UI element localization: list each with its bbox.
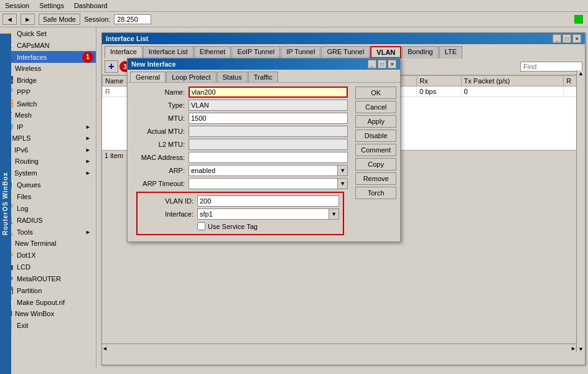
add-interface-button[interactable]: +	[105, 60, 118, 73]
mac-input[interactable]	[189, 152, 348, 163]
type-row: Type:	[133, 100, 348, 111]
tab-bar: Interface Interface List Ethernet EoIP T…	[102, 44, 585, 58]
maximize-button[interactable]: □	[562, 34, 571, 43]
session-input[interactable]	[114, 14, 151, 24]
dialog-tab-traffic[interactable]: Traffic	[248, 72, 278, 82]
tab-bonding[interactable]: Bonding	[402, 46, 438, 58]
arp-timeout-dropdown-arrow[interactable]: ▼	[338, 178, 348, 189]
interface-dropdown-arrow[interactable]: ▼	[329, 208, 339, 220]
sidebar-item-ppp[interactable]: 🔗 PPP	[0, 86, 96, 98]
disable-button[interactable]: Disable	[355, 129, 396, 142]
sidebar-item-new-terminal[interactable]: 🖥 New Terminal	[0, 238, 96, 249]
l2mtu-input	[189, 139, 348, 150]
arp-dropdown-arrow[interactable]: ▼	[338, 165, 348, 176]
mtu-input[interactable]	[189, 113, 348, 124]
sidebar-label-radius: RADIUS	[17, 217, 43, 224]
vlan-id-input[interactable]	[197, 195, 339, 207]
scroll-down-arrow[interactable]: ▼	[578, 346, 584, 352]
tab-ip-tunnel[interactable]: IP Tunnel	[281, 46, 320, 58]
menu-settings[interactable]: Settings	[37, 1, 67, 10]
dialog-close[interactable]: ✕	[388, 60, 396, 68]
sidebar-item-new-winbox[interactable]: 🗔 New WinBox	[0, 308, 96, 319]
name-input[interactable]	[189, 86, 348, 98]
sidebar-item-wireless[interactable]: 〰 Wireless	[0, 63, 96, 74]
dialog-body: Name: Type: MTU: Actual MTU:	[128, 83, 400, 241]
sidebar-label-new-winbox: New WinBox	[15, 310, 54, 317]
arp-input[interactable]	[189, 165, 338, 176]
tab-vlan[interactable]: VLAN	[370, 46, 401, 58]
tab-interface-list[interactable]: Interface List	[143, 46, 194, 58]
sidebar-item-interfaces[interactable]: 🔌 Interfaces 1	[0, 51, 96, 63]
sidebar-item-radius[interactable]: 👤 RADIUS	[0, 214, 96, 226]
system-arrow: ►	[85, 170, 91, 176]
sidebar-item-ipv6[interactable]: ⑥ IPv6 ►	[0, 144, 96, 156]
sidebar-label-tools: Tools	[17, 228, 33, 236]
tab-interface[interactable]: Interface	[105, 46, 142, 58]
sidebar-label-quick-set: Quick Set	[17, 30, 47, 37]
dialog-tab-bar: General Loop Protect Status Traffic	[128, 70, 400, 83]
tab-eoip-tunnel[interactable]: EoIP Tunnel	[231, 46, 280, 58]
dialog-tab-loop-protect[interactable]: Loop Protect	[166, 72, 216, 82]
sidebar-label-system: System	[14, 169, 37, 177]
dialog-minimize[interactable]: _	[368, 60, 376, 68]
sidebar-item-make-supout[interactable]: 📄 Make Supout.rif	[0, 296, 96, 308]
sidebar-item-partition[interactable]: 💾 Partition	[0, 284, 96, 296]
arp-row: ARP: ▼	[133, 165, 348, 176]
interface-label: Interface:	[141, 210, 197, 218]
dialog-tab-general[interactable]: General	[130, 72, 166, 82]
scroll-up-arrow[interactable]: ▲	[578, 70, 584, 77]
sidebar-item-queues[interactable]: 📊 Queues	[0, 179, 96, 190]
sidebar-item-dot1x[interactable]: 🔑 Dot1X	[0, 249, 96, 261]
back-button[interactable]: ◄	[2, 14, 17, 25]
name-label: Name:	[133, 88, 189, 96]
sidebar-item-tools[interactable]: 🔧 Tools ►	[0, 226, 96, 238]
find-input[interactable]	[520, 62, 582, 72]
toolbar: ◄ ► Safe Mode Session:	[0, 12, 588, 27]
torch-button[interactable]: Torch	[355, 187, 396, 199]
horizontal-scrollbar[interactable]: ◄ ►	[102, 344, 576, 352]
sidebar-item-routing[interactable]: ↔ Routing ►	[0, 156, 96, 167]
actual-mtu-input	[189, 126, 348, 137]
comment-button[interactable]: Comment	[355, 144, 396, 156]
scroll-left-arrow[interactable]: ◄	[102, 345, 108, 352]
sidebar-item-lcd[interactable]: 📺 LCD	[0, 261, 96, 273]
sidebar-item-mpls[interactable]: ≡ MPLS ►	[0, 133, 96, 144]
dialog-form: Name: Type: MTU: Actual MTU:	[128, 83, 353, 241]
sidebar-item-log[interactable]: 📝 Log	[0, 202, 96, 214]
service-tag-label: Use Service Tag	[208, 223, 258, 230]
sidebar-label-partition: Partition	[17, 287, 42, 294]
cancel-button[interactable]: Cancel	[355, 101, 396, 113]
copy-button[interactable]: Copy	[355, 158, 396, 171]
vertical-scrollbar[interactable]: ▲ ▼	[576, 70, 585, 352]
name-row: Name:	[133, 86, 348, 98]
dialog-tab-status[interactable]: Status	[217, 72, 248, 82]
remove-button[interactable]: Remove	[355, 172, 396, 185]
sidebar-item-metarouter[interactable]: 🔷 MetaROUTER	[0, 273, 96, 284]
minimize-button[interactable]: _	[553, 34, 561, 43]
safemode-button[interactable]: Safe Mode	[39, 14, 80, 25]
sidebar-item-bridge[interactable]: 🌉 Bridge	[0, 74, 96, 86]
sidebar-item-mesh[interactable]: 🕸 Mesh	[0, 110, 96, 121]
tab-gre-tunnel[interactable]: GRE Tunnel	[321, 46, 370, 58]
ok-button[interactable]: OK	[355, 86, 396, 99]
sidebar-item-system[interactable]: ⚙ System ►	[0, 167, 96, 179]
menu-session[interactable]: Session	[2, 1, 32, 10]
sidebar-item-quick-set[interactable]: ⚡ Quick Set	[0, 27, 96, 39]
scroll-right-arrow[interactable]: ►	[571, 345, 576, 352]
tab-lte[interactable]: LTE	[439, 46, 462, 58]
dialog-maximize[interactable]: □	[378, 60, 386, 68]
sidebar-item-switch[interactable]: 🔀 Switch	[0, 98, 96, 110]
sidebar-item-capsman[interactable]: 📡 CAPsMAN	[0, 39, 96, 51]
service-tag-checkbox[interactable]	[197, 222, 205, 230]
sidebar-item-files[interactable]: 📁 Files	[0, 190, 96, 202]
sidebar-item-ip[interactable]: 🌐 IP ►	[0, 121, 96, 133]
close-button[interactable]: ✕	[572, 34, 581, 43]
interface-input[interactable]	[197, 208, 329, 220]
apply-button[interactable]: Apply	[355, 115, 396, 128]
sidebar-item-exit[interactable]: 🚪 Exit	[0, 319, 96, 331]
tab-ethernet[interactable]: Ethernet	[194, 46, 231, 58]
forward-button[interactable]: ►	[21, 14, 35, 25]
content-area: Interface List _ □ ✕ Interface Interface…	[96, 27, 588, 368]
menu-dashboard[interactable]: Dashboard	[72, 1, 110, 10]
arp-timeout-input[interactable]	[189, 178, 338, 189]
